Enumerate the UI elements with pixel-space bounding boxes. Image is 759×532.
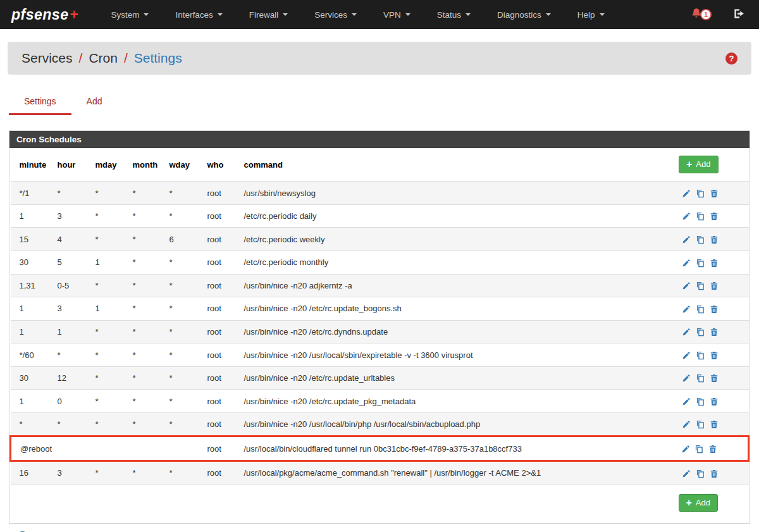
cell-month [128,436,164,461]
breadcrumb-item-settings[interactable]: Settings [134,51,182,66]
cell-month: * [128,343,164,367]
logo-plus: + [70,6,78,23]
menu-services[interactable]: Services [301,0,370,29]
cell-who: root [202,320,239,343]
cell-wday: * [164,390,202,413]
cell-wday: * [164,366,202,390]
cell-minute: 16 [11,461,52,485]
edit-button[interactable] [682,328,691,337]
copy-button[interactable] [696,212,705,221]
delete-button[interactable] [710,397,719,406]
breadcrumb-item-services[interactable]: Services [22,51,73,66]
copy-button[interactable] [696,305,705,314]
edit-button[interactable] [681,445,690,454]
delete-button[interactable] [710,281,719,290]
breadcrumb-item-cron[interactable]: Cron [89,51,118,66]
pencil-icon [682,259,691,268]
cell-month: * [128,228,164,251]
edit-button[interactable] [682,305,691,314]
delete-button[interactable] [710,212,719,221]
row-actions [663,204,749,228]
copy-icon [696,235,705,244]
delete-button[interactable] [710,469,719,478]
pencil-icon [682,374,691,383]
menu-vpn[interactable]: VPN [370,0,424,29]
menu-item-label: VPN [383,10,401,20]
column-header-wday: wday [164,148,202,182]
cron-row: 1 0 * * * root /usr/bin/nice -n20 /etc/r… [11,390,749,413]
delete-button[interactable] [710,305,719,314]
cron-row: 1,31 0-5 * * * root /usr/bin/nice -n20 a… [11,274,749,297]
copy-button[interactable] [696,397,705,406]
cell-minute: 1 [11,390,52,413]
edit-button[interactable] [682,374,691,383]
menu-interfaces[interactable]: Interfaces [162,0,235,29]
edit-button[interactable] [682,235,691,244]
edit-button[interactable] [682,189,691,198]
menu-help[interactable]: Help [564,0,618,29]
chevron-down-icon [546,13,551,16]
cell-wday: * [164,182,202,205]
delete-button[interactable] [710,235,719,244]
logo-pf: pf [11,6,26,23]
chevron-down-icon [352,13,357,16]
delete-button[interactable] [710,420,719,429]
menu-firewall[interactable]: Firewall [236,0,302,29]
copy-icon [696,397,705,406]
delete-button[interactable] [710,259,719,268]
copy-button[interactable] [694,445,703,454]
edit-button[interactable] [682,281,691,290]
notifications-button[interactable]: 1 [691,8,712,22]
breadcrumb: Services/Cron/Settings [22,51,182,66]
row-actions [663,412,749,436]
help-icon[interactable]: ? [725,53,737,65]
cell-hour: * [52,412,90,436]
copy-icon [696,259,705,268]
copy-button[interactable] [696,420,705,429]
copy-button[interactable] [696,328,705,337]
menu-diagnostics[interactable]: Diagnostics [484,0,564,29]
pencil-icon [682,351,691,360]
edit-button[interactable] [682,351,691,360]
cron-row: * * * * * root /usr/bin/nice -n20 /usr/l… [11,412,749,436]
edit-button[interactable] [682,212,691,221]
pencil-icon [682,328,691,337]
delete-button[interactable] [710,374,719,383]
add-button-top[interactable]: + Add [679,156,718,173]
pencil-icon [682,235,691,244]
copy-button[interactable] [696,235,705,244]
cell-hour: 0-5 [52,274,90,297]
delete-button[interactable] [710,351,719,360]
delete-button[interactable] [710,189,719,198]
trash-icon [710,351,719,360]
edit-button[interactable] [682,397,691,406]
copy-button[interactable] [696,469,705,478]
cell-hour: 4 [52,228,90,251]
cell-hour: 0 [52,390,90,413]
table-header-row: minute hour mday month wday who command … [11,148,749,182]
copy-button[interactable] [696,189,705,198]
cell-command: /usr/bin/nice -n20 /usr/local/bin/php /u… [239,412,663,436]
tab-add[interactable]: Add [71,90,118,115]
cell-hour: * [52,182,90,205]
copy-button[interactable] [696,374,705,383]
pencil-icon [682,305,691,314]
copy-button[interactable] [696,259,705,268]
edit-button[interactable] [682,259,691,268]
cell-minute: */1 [11,182,52,205]
delete-button[interactable] [710,328,719,337]
cell-wday: 6 [164,228,202,251]
tab-settings[interactable]: Settings [9,90,71,115]
logout-button[interactable] [733,8,745,22]
cell-who: root [202,390,239,413]
delete-button[interactable] [708,445,717,454]
edit-button[interactable] [682,469,691,478]
pfsense-logo[interactable]: pfsense+ [11,6,78,23]
copy-button[interactable] [696,351,705,360]
edit-button[interactable] [682,420,691,429]
copy-button[interactable] [696,281,705,290]
menu-status[interactable]: Status [424,0,484,29]
add-button-bottom[interactable]: + Add [679,494,718,512]
menu-system[interactable]: System [97,0,162,29]
cell-wday: * [164,204,202,228]
